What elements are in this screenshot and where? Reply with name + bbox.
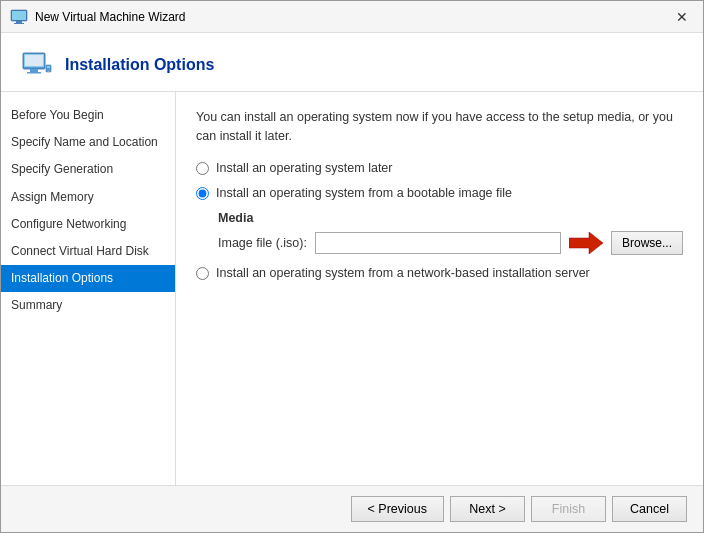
wizard-window: New Virtual Machine Wizard ✕ Installatio… — [0, 0, 704, 533]
option3-label[interactable]: Install an operating system from a netwo… — [216, 265, 590, 283]
option2-row: Install an operating system from a boota… — [196, 185, 683, 203]
page-header: Installation Options — [1, 33, 703, 92]
svg-rect-7 — [30, 69, 38, 72]
sidebar-item-summary[interactable]: Summary — [1, 292, 175, 319]
option3-radio[interactable] — [196, 267, 209, 280]
window-title: New Virtual Machine Wizard — [35, 10, 669, 24]
footer: < Previous Next > Finish Cancel — [1, 485, 703, 532]
sidebar-item-name-location[interactable]: Specify Name and Location — [1, 129, 175, 156]
content-area: You can install an operating system now … — [176, 92, 703, 485]
sidebar-item-generation[interactable]: Specify Generation — [1, 156, 175, 183]
page-title: Installation Options — [65, 56, 214, 74]
sidebar: Before You Begin Specify Name and Locati… — [1, 92, 176, 485]
body: Before You Begin Specify Name and Locati… — [1, 92, 703, 485]
sidebar-item-before-you-begin[interactable]: Before You Begin — [1, 102, 175, 129]
option1-radio[interactable] — [196, 162, 209, 175]
cancel-button[interactable]: Cancel — [612, 496, 687, 522]
option3-row: Install an operating system from a netwo… — [196, 265, 683, 283]
right-arrow-icon — [569, 232, 603, 254]
sidebar-item-installation-options[interactable]: Installation Options — [1, 265, 175, 292]
svg-rect-1 — [12, 11, 26, 20]
media-section: Media Image file (.iso): Browse... — [218, 211, 683, 255]
sidebar-item-networking[interactable]: Configure Networking — [1, 211, 175, 238]
intro-text: You can install an operating system now … — [196, 108, 683, 146]
svg-rect-11 — [48, 71, 50, 72]
finish-button[interactable]: Finish — [531, 496, 606, 522]
svg-rect-2 — [16, 21, 22, 23]
previous-button[interactable]: < Previous — [351, 496, 444, 522]
svg-rect-6 — [25, 55, 43, 66]
option2-label[interactable]: Install an operating system from a boota… — [216, 185, 512, 203]
sidebar-item-hard-disk[interactable]: Connect Virtual Hard Disk — [1, 238, 175, 265]
media-title: Media — [218, 211, 683, 225]
option1-label[interactable]: Install an operating system later — [216, 160, 392, 178]
option2-radio[interactable] — [196, 187, 209, 200]
svg-rect-3 — [14, 23, 24, 24]
sidebar-item-memory[interactable]: Assign Memory — [1, 184, 175, 211]
title-bar-icon — [9, 7, 29, 27]
close-button[interactable]: ✕ — [669, 4, 695, 30]
image-file-row: Image file (.iso): Browse... — [218, 231, 683, 255]
title-bar: New Virtual Machine Wizard ✕ — [1, 1, 703, 33]
option1-row: Install an operating system later — [196, 160, 683, 178]
browse-button[interactable]: Browse... — [611, 231, 683, 255]
svg-marker-12 — [569, 232, 603, 254]
image-file-label: Image file (.iso): — [218, 236, 307, 250]
header-icon — [21, 49, 53, 81]
svg-rect-8 — [27, 72, 41, 74]
next-button[interactable]: Next > — [450, 496, 525, 522]
image-file-input[interactable] — [315, 232, 561, 254]
svg-rect-10 — [47, 66, 50, 68]
